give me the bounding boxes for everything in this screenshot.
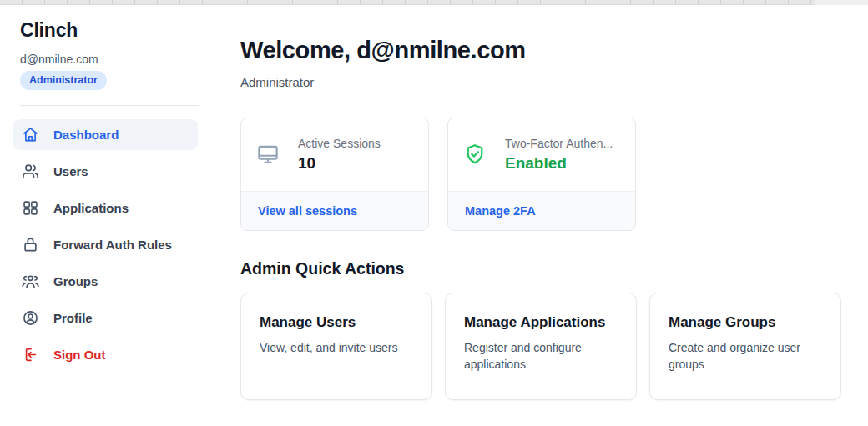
active-sessions-card: Active Sessions 10 View all sessions bbox=[240, 118, 429, 231]
stat-label: Two-Factor Authen... bbox=[505, 137, 613, 150]
page-title: Welcome, d@nmilne.com bbox=[240, 38, 868, 64]
sidebar-item-label: Forward Auth Rules bbox=[53, 238, 172, 252]
sidebar-item-profile[interactable]: Profile bbox=[13, 303, 198, 333]
sidebar-item-forward-auth-rules[interactable]: Forward Auth Rules bbox=[13, 229, 198, 260]
sidebar-item-label: Dashboard bbox=[53, 128, 119, 142]
card-title: Manage Applications bbox=[464, 314, 618, 331]
two-factor-card: Two-Factor Authen... Enabled Manage 2FA bbox=[447, 118, 636, 231]
sidebar-item-label: Applications bbox=[53, 201, 129, 215]
profile-icon bbox=[22, 309, 39, 327]
page-subtitle: Administrator bbox=[240, 75, 868, 89]
manage-2fa-link[interactable]: Manage 2FA bbox=[465, 204, 536, 218]
lock-icon bbox=[22, 236, 39, 253]
stat-label: Active Sessions bbox=[298, 137, 381, 150]
users-icon bbox=[22, 163, 39, 180]
card-description: Create and organize user groups bbox=[669, 340, 822, 373]
brand-logo: Clinch bbox=[20, 19, 214, 42]
stat-value: Enabled bbox=[505, 154, 613, 173]
sidebar-item-sign-out[interactable]: Sign Out bbox=[13, 339, 198, 370]
stat-value: 10 bbox=[298, 154, 381, 173]
stat-card-footer: Manage 2FA bbox=[448, 191, 635, 230]
card-description: View, edit, and invite users bbox=[260, 340, 413, 357]
sidebar-item-label: Profile bbox=[53, 311, 93, 325]
sidebar-item-users[interactable]: Users bbox=[13, 156, 198, 187]
quick-actions-heading: Admin Quick Actions bbox=[240, 259, 868, 278]
stat-card-body: Active Sessions 10 bbox=[241, 118, 428, 191]
sign-out-icon bbox=[22, 346, 39, 363]
view-all-sessions-link[interactable]: View all sessions bbox=[258, 204, 357, 218]
top-edge-strip bbox=[0, 0, 868, 5]
monitor-icon bbox=[256, 143, 280, 166]
stat-card-body: Two-Factor Authen... Enabled bbox=[448, 118, 635, 191]
group-icon bbox=[22, 273, 39, 290]
role-badge: Administrator bbox=[20, 71, 107, 90]
sidebar-nav: Dashboard Users Applications Forward Aut… bbox=[0, 119, 214, 370]
app-window: Clinch d@nmilne.com Administrator Dashbo… bbox=[0, 0, 868, 426]
home-icon bbox=[22, 126, 39, 143]
sidebar-item-groups[interactable]: Groups bbox=[13, 266, 198, 297]
stat-text: Two-Factor Authen... Enabled bbox=[505, 137, 613, 173]
stat-cards-row: Active Sessions 10 View all sessions Two… bbox=[240, 118, 868, 231]
card-title: Manage Groups bbox=[669, 314, 822, 331]
manage-users-card[interactable]: Manage Users View, edit, and invite user… bbox=[240, 293, 432, 400]
shield-check-icon bbox=[463, 143, 487, 166]
card-description: Register and configure applications bbox=[464, 340, 618, 373]
user-email: d@nmilne.com bbox=[20, 53, 214, 66]
sidebar: Clinch d@nmilne.com Administrator Dashbo… bbox=[0, 6, 214, 426]
sidebar-item-label: Groups bbox=[53, 274, 98, 288]
main-content: Welcome, d@nmilne.com Administrator Acti… bbox=[214, 6, 868, 426]
manage-groups-card[interactable]: Manage Groups Create and organize user g… bbox=[649, 293, 841, 400]
sidebar-item-label: Users bbox=[53, 164, 88, 178]
sidebar-item-applications[interactable]: Applications bbox=[13, 193, 198, 223]
manage-applications-card[interactable]: Manage Applications Register and configu… bbox=[445, 293, 637, 400]
stat-card-footer: View all sessions bbox=[241, 191, 428, 230]
sidebar-item-label: Sign Out bbox=[53, 348, 106, 362]
sidebar-item-dashboard[interactable]: Dashboard bbox=[13, 119, 198, 150]
grid-icon bbox=[22, 199, 39, 217]
sidebar-divider bbox=[20, 105, 199, 106]
card-title: Manage Users bbox=[260, 314, 413, 331]
quick-actions-row: Manage Users View, edit, and invite user… bbox=[240, 293, 868, 400]
stat-text: Active Sessions 10 bbox=[298, 137, 381, 173]
